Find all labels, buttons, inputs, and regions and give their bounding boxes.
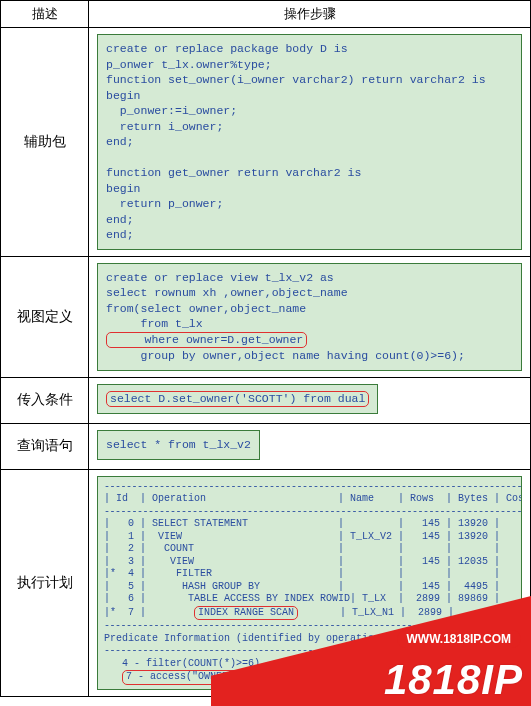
plan-dash-mid2: ----------------------------------------…	[104, 620, 522, 631]
highlight-where-clause: where owner=D.get_owner	[106, 332, 307, 348]
col-header-steps: 操作步骤	[89, 1, 531, 28]
plan-line-5: | 5 | HASH GROUP BY | | 145 | 4495 | 86	[104, 581, 522, 592]
pred-line-1: 4 - filter(COUNT(*)>=6)	[104, 658, 260, 669]
pred-title: Predicate Information (identified by ope…	[104, 633, 410, 644]
steps-table: 描述 操作步骤 辅助包 create or replace package bo…	[0, 0, 531, 697]
highlight-index-range-scan: INDEX RANGE SCAN	[194, 606, 298, 621]
plan-line-7-post: | T_LX_N1 | 2899 | | 8	[298, 607, 522, 618]
table-row: 辅助包 create or replace package body D is …	[1, 28, 531, 257]
row-content-aux: create or replace package body D is p_on…	[89, 28, 531, 257]
row-label-plan: 执行计划	[1, 469, 89, 696]
row-label-aux: 辅助包	[1, 28, 89, 257]
code-query: select * from t_lx_v2	[97, 430, 260, 460]
plan-dash-mid3: ----------------------------------------…	[104, 645, 385, 656]
table-row: 执行计划 -----------------------------------…	[1, 469, 531, 696]
row-label-query: 查询语句	[1, 424, 89, 470]
row-label-view: 视图定义	[1, 256, 89, 377]
plan-line-2: | 2 | COUNT | | | |	[104, 543, 500, 554]
row-content-plan: ----------------------------------------…	[89, 469, 531, 696]
col-header-desc: 描述	[1, 1, 89, 28]
row-content-query: select * from t_lx_v2	[89, 424, 531, 470]
highlight-access-pred: 7 - access("OWNER"="D"."GET_OWNER"())	[122, 670, 352, 685]
exec-plan-box: ----------------------------------------…	[97, 476, 522, 690]
pred-line-2-pre	[104, 671, 122, 682]
code-view-def: create or replace view t_lx_v2 as select…	[97, 263, 522, 371]
plan-line-7-pre: |* 7 |	[104, 607, 194, 618]
code-pass-cond: select D.set_owner('SCOTT') from dual	[97, 384, 378, 414]
plan-line-6: | 6 | TABLE ACCESS BY INDEX ROWID| T_LX …	[104, 593, 522, 604]
plan-dash-top: ----------------------------------------…	[104, 481, 522, 492]
plan-line-1: | 1 | VIEW | T_LX_V2 | 145 | 13920 | 86	[104, 531, 522, 542]
table-header-row: 描述 操作步骤	[1, 1, 531, 28]
page-canvas: 描述 操作步骤 辅助包 create or replace package bo…	[0, 0, 531, 706]
table-row: 视图定义 create or replace view t_lx_v2 as s…	[1, 256, 531, 377]
row-content-view: create or replace view t_lx_v2 as select…	[89, 256, 531, 377]
plan-line-0: | 0 | SELECT STATEMENT | | 145 | 13920 |…	[104, 518, 522, 529]
plan-line-3: | 3 | VIEW | | 145 | 12035 | 86	[104, 556, 522, 567]
table-row: 传入条件 select D.set_owner('SCOTT') from du…	[1, 377, 531, 423]
row-content-pass: select D.set_owner('SCOTT') from dual	[89, 377, 531, 423]
plan-line-4: |* 4 | FILTER | | | |	[104, 568, 500, 579]
table-row: 查询语句 select * from t_lx_v2	[1, 424, 531, 470]
code-aux-package: create or replace package body D is p_on…	[97, 34, 522, 250]
row-label-pass: 传入条件	[1, 377, 89, 423]
view-code-post: group by owner,object name having count(…	[106, 349, 465, 362]
plan-header: | Id | Operation | Name | Rows | Bytes |…	[104, 493, 522, 504]
highlight-set-owner: select D.set_owner('SCOTT') from dual	[106, 391, 369, 407]
view-code-pre: create or replace view t_lx_v2 as select…	[106, 271, 348, 331]
plan-dash-mid1: ----------------------------------------…	[104, 506, 522, 517]
